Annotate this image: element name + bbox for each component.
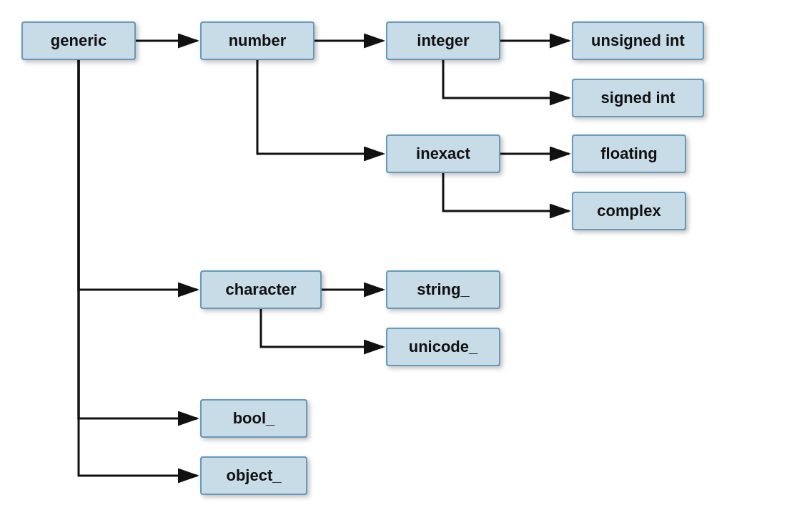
node-complex: complex [572, 192, 686, 230]
node-inexact: inexact [386, 134, 500, 173]
node-integer: integer [386, 21, 500, 60]
node-unsigned-int: unsigned int [572, 21, 704, 60]
arrows-svg [0, 0, 812, 510]
node-character: character [200, 270, 322, 309]
node-unicode: unicode_ [386, 328, 500, 366]
node-bool: bool_ [200, 399, 307, 438]
node-generic: generic [21, 21, 136, 60]
node-number: number [200, 21, 315, 60]
diagram-container: generic number integer unsigned int sign… [0, 0, 812, 510]
node-signed-int: signed int [572, 79, 704, 117]
node-floating: floating [572, 134, 686, 173]
node-string: string_ [386, 270, 500, 309]
node-object: object_ [200, 456, 307, 495]
